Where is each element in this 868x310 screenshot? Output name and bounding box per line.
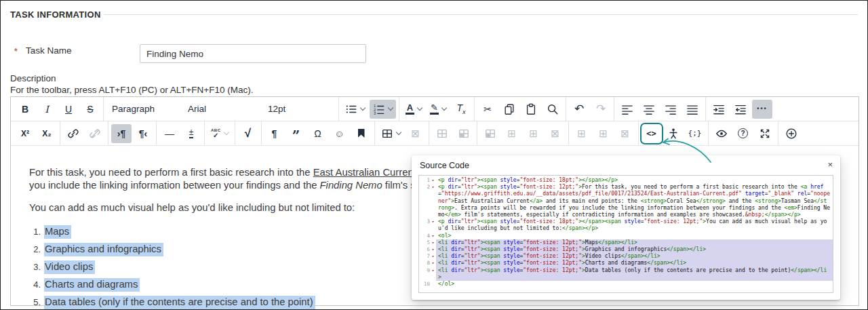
fold-arrow-icon[interactable]: ▾ — [430, 267, 436, 274]
italic-button[interactable]: I — [37, 100, 57, 119]
copy-button[interactable] — [499, 100, 519, 119]
fold-arrow-icon[interactable]: ▾ — [430, 246, 436, 253]
bullet-list-icon — [345, 103, 357, 115]
outdent-icon — [734, 103, 747, 115]
font-size-select-value: 12pt — [268, 104, 330, 114]
delete-column-button[interactable]: ⊠ — [615, 124, 635, 143]
highlight-color-icon: ✎ — [430, 103, 439, 115]
toolbar-separator — [60, 121, 60, 145]
paragraph-style-select[interactable]: Paragraph — [106, 100, 181, 119]
subscript-icon: X₂ — [42, 130, 51, 138]
bullet-list-button[interactable] — [342, 100, 368, 119]
fold-arrow-icon[interactable]: ▾ — [430, 233, 436, 239]
font-size-select[interactable]: 12pt — [262, 100, 336, 119]
task-name-input[interactable] — [140, 44, 366, 63]
line-gutter: 3▾ — [419, 218, 436, 225]
code-token: dir — [445, 218, 458, 225]
search-icon — [547, 103, 559, 115]
code-token: <li — [438, 239, 448, 246]
insert-row-above-button[interactable]: ⊞ — [502, 124, 522, 143]
split-cells-button[interactable] — [480, 124, 500, 143]
ltr-button[interactable]: ›¶ — [111, 124, 132, 143]
table-button[interactable] — [378, 124, 404, 143]
code-token: </span></li> — [598, 239, 637, 246]
inline-link[interactable]: East Australian Current — [313, 167, 416, 178]
fold-arrow-icon[interactable]: ▾ — [430, 184, 436, 191]
numbered-list-button[interactable] — [370, 100, 396, 119]
redo-button[interactable]: ↷ — [591, 100, 611, 119]
math-editor-button[interactable]: √ — [238, 124, 258, 143]
remove-link-button[interactable] — [85, 124, 105, 143]
highlight-color-button[interactable]: ✎ — [427, 100, 450, 119]
code-sample-button[interactable]: {;} — [685, 124, 705, 143]
fold-arrow-icon[interactable]: ▾ — [430, 218, 436, 225]
underline-button[interactable]: U — [58, 100, 79, 119]
fullscreen-button[interactable] — [755, 124, 775, 143]
align-right-button[interactable] — [660, 100, 681, 119]
accessibility-checker-button[interactable] — [663, 124, 684, 143]
superscript-button[interactable]: X² — [15, 124, 35, 143]
code-token: "font-size: 12pt;" — [523, 246, 582, 252]
align-center-button[interactable] — [639, 100, 659, 119]
code-token: "font-size: 12pt;" — [523, 260, 582, 266]
insert-row-below-button[interactable]: ⊞ — [524, 124, 544, 143]
code-token: . Extra points will be rewarded if you i… — [454, 205, 784, 211]
table-cell-properties-button[interactable] — [432, 124, 452, 143]
source-code-textarea[interactable]: 1▾<p dir="ltr"><span style="font-size: 1… — [418, 175, 833, 293]
insert-link-button[interactable] — [63, 124, 83, 143]
undo-button[interactable]: ↶ — [569, 100, 589, 119]
fold-arrow-icon[interactable]: ▾ — [430, 260, 436, 267]
emoticons-button[interactable]: ☺ — [330, 124, 350, 143]
anchor-button[interactable] — [351, 124, 372, 143]
code-token: </em> — [445, 212, 461, 218]
insert-column-before-button[interactable]: ⊞ — [572, 124, 592, 143]
delete-row-button[interactable]: ⊠ — [545, 124, 566, 143]
delete-table-button[interactable]: ⊠ — [406, 124, 426, 143]
code-token: href — [807, 184, 823, 190]
spellcheck-button[interactable]: ABC✓ — [208, 124, 232, 143]
page-break-button[interactable]: ± — [181, 124, 201, 143]
clear-formatting-button[interactable]: Tx — [451, 100, 471, 119]
header-divider — [104, 14, 858, 15]
horizontal-rule-button[interactable]: — — [159, 124, 180, 143]
chevron-down-icon — [395, 130, 401, 135]
list-item-text: Maps — [44, 225, 71, 239]
list-item-number: 4. — [29, 278, 44, 292]
more-toolbar-button[interactable]: ••• — [752, 100, 772, 119]
indent-button[interactable] — [709, 100, 729, 119]
fold-arrow-icon[interactable]: ▾ — [430, 253, 436, 260]
bold-button[interactable]: B — [15, 100, 35, 119]
code-token: dir — [448, 239, 460, 246]
add-content-button[interactable] — [781, 124, 802, 143]
merge-cells-button[interactable] — [454, 124, 474, 143]
paragraph-marks-icon: ¶ — [272, 129, 277, 138]
cut-button[interactable]: ✂ — [477, 100, 498, 119]
source-code-button[interactable]: <> — [642, 124, 662, 143]
code-line: 9▾<li dir="ltr"><span style="font-size: … — [419, 267, 833, 281]
align-center-icon — [643, 103, 655, 115]
text-color-button[interactable]: A — [402, 100, 425, 119]
help-button[interactable]: ? — [733, 124, 753, 143]
strikethrough-button[interactable]: S — [80, 100, 100, 119]
outdent-button[interactable] — [730, 100, 751, 119]
fold-arrow-icon[interactable]: ▾ — [430, 239, 436, 246]
code-token: "ltr" — [465, 253, 481, 259]
code-token: dir — [448, 253, 460, 259]
rtl-button[interactable]: ¶‹ — [133, 124, 153, 143]
paragraph-style-select-value: Paragraph — [112, 104, 176, 114]
paragraph-marks-button[interactable]: ¶ — [264, 124, 285, 143]
justify-button[interactable] — [682, 100, 703, 119]
paste-button[interactable] — [521, 100, 541, 119]
align-left-button[interactable] — [617, 100, 637, 119]
code-token: target — [742, 191, 765, 197]
insert-column-after-button[interactable]: ⊞ — [593, 124, 614, 143]
subscript-button[interactable]: X₂ — [37, 124, 57, 143]
toolbar-separator — [566, 97, 566, 121]
font-family-select[interactable]: Arial — [182, 100, 261, 119]
close-icon[interactable]: × — [827, 159, 833, 170]
search-button[interactable] — [542, 100, 563, 119]
blockquote-button[interactable]: ” — [286, 124, 307, 143]
preview-button[interactable] — [711, 124, 732, 143]
fold-arrow-icon[interactable]: ▾ — [430, 177, 436, 184]
special-character-button[interactable]: Ω — [308, 124, 328, 143]
